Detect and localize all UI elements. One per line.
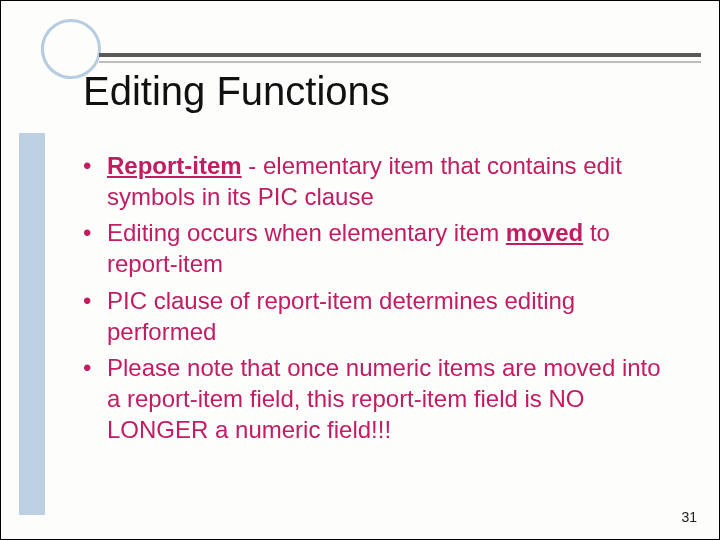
- header-divider-thick: [99, 53, 701, 57]
- bullet-text: PIC clause of report-item determines edi…: [107, 286, 679, 347]
- list-item: • Editing occurs when elementary item mo…: [83, 218, 679, 279]
- slide-header: Editing Functions: [1, 1, 719, 131]
- term-report-item: Report-item: [107, 152, 242, 179]
- list-item: • Report-item - elementary item that con…: [83, 151, 679, 212]
- page-number: 31: [681, 509, 697, 525]
- bullet-text: Report-item - elementary item that conta…: [107, 151, 679, 212]
- bullet-text: Editing occurs when elementary item move…: [107, 218, 679, 279]
- list-item: • PIC clause of report-item determines e…: [83, 286, 679, 347]
- bullet-icon: •: [83, 353, 107, 445]
- bullet-icon: •: [83, 151, 107, 212]
- slide-title: Editing Functions: [83, 69, 390, 114]
- term-moved: moved: [506, 219, 583, 246]
- sidebar-accent: [19, 133, 45, 515]
- bullet-list: • Report-item - elementary item that con…: [83, 151, 679, 451]
- bullet-icon: •: [83, 218, 107, 279]
- bullet-prefix: Editing occurs when elementary item: [107, 219, 506, 246]
- bullet-text: Please note that once numeric items are …: [107, 353, 679, 445]
- list-item: • Please note that once numeric items ar…: [83, 353, 679, 445]
- header-divider-thin: [99, 61, 701, 63]
- bullet-icon: •: [83, 286, 107, 347]
